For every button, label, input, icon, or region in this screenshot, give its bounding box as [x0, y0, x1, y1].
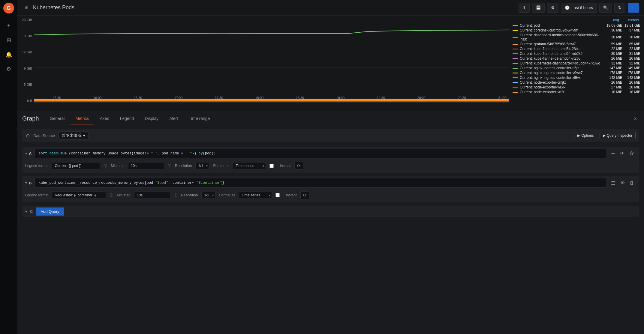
query-inspector-button[interactable]: ▶ Query Inspector — [600, 132, 636, 139]
query-a-minstep-label: Min step — [111, 164, 124, 168]
legend-color-swatch — [513, 37, 518, 38]
tab-axes[interactable]: Axes — [95, 113, 114, 124]
refresh-button[interactable]: ↻ — [614, 3, 625, 13]
query-b-instant-checkbox[interactable] — [275, 193, 280, 197]
query-b-legend-input[interactable] — [52, 192, 106, 199]
legend-item[interactable]: Current: node-exporter-wl5lx 27 MiB 28 M… — [513, 85, 640, 89]
query-block-c: ▾ C Add Query — [22, 206, 639, 217]
query-b-resolution-select[interactable]: 1/1 1/2 1/3 — [201, 192, 215, 199]
x-label-9: 20:00 — [417, 96, 426, 100]
legend-color-swatch — [513, 44, 518, 45]
legend-item-current: 28 MiB — [622, 85, 640, 89]
datasource-arrow-icon: ▾ — [83, 133, 85, 138]
query-a-delete-button[interactable]: 🗑 — [628, 150, 636, 158]
query-a-header: ▾ A sort_desc(sum (container_memory_usag… — [22, 147, 639, 160]
query-b-formatas-select[interactable]: Time series Table Heatmap — [239, 192, 272, 199]
sidebar-item-alerts[interactable]: 🔔 — [3, 49, 15, 61]
legend-item[interactable]: Current: grafana-54f6755f88-5dwl7 59 MiB… — [513, 42, 640, 46]
legend-item[interactable]: Current: kube-flannel-ds-amd64-28txc 22 … — [513, 47, 640, 51]
legend-item-current: 37 MiB — [622, 28, 640, 32]
app-logo[interactable]: G — [3, 2, 14, 14]
legend-item[interactable]: Current: kube-flannel-ds-amd64-mb2k2 30 … — [513, 52, 640, 56]
query-b-legend-info-icon: ⓘ — [110, 193, 113, 198]
x-label-4: 17:30 — [215, 96, 223, 100]
query-b-refresh-button[interactable]: ⟳ — [300, 191, 309, 199]
legend-item-name: Current: node-exporter-vn2r... — [520, 90, 604, 94]
add-query-button[interactable]: Add Query — [36, 207, 64, 216]
search-button[interactable]: 🔍 — [599, 3, 612, 13]
sidebar-item-add[interactable]: + — [3, 20, 15, 32]
query-a-resolution-select[interactable]: 1/1 1/2 1/3 — [195, 162, 209, 169]
query-a-menu-button[interactable]: ☰ — [609, 150, 617, 158]
settings-button[interactable]: ⚙ — [547, 3, 558, 13]
legend-item[interactable]: Current: node-exporter-vn2r... 18 MiB 18… — [513, 90, 640, 94]
query-a-legend-label: Legend format — [25, 164, 48, 168]
query-b-delete-button[interactable]: 🗑 — [628, 179, 636, 187]
datasource-selector[interactable]: 普罗米修斯 ▾ — [59, 131, 89, 140]
legend-item-name: Current: dashboard-metrics-scraper-566cd… — [520, 33, 604, 41]
tabs-row: Graph General Metrics Axes Legend Displa… — [17, 112, 644, 125]
legend-item-avg: 28 MiB — [604, 35, 622, 39]
legend-item-name: Current: grafana-54f6755f88-5dwl7 — [520, 42, 604, 46]
query-b-minstep-input[interactable] — [134, 192, 170, 199]
query-a-refresh-button[interactable]: ⟳ — [294, 162, 303, 170]
legend-item[interactable]: Current: nginx-ingress-controller-v9vw7 … — [513, 71, 640, 75]
legend-item[interactable]: Current: nginx-ingress-controller-zl9vx … — [513, 76, 640, 80]
tab-metrics[interactable]: Metrics — [71, 113, 94, 124]
legend-item-current: 26 MiB — [622, 56, 640, 61]
legend-item[interactable]: Current: kubernetes-dashboard-c4bc5bd44-… — [513, 61, 640, 65]
sidebar-item-dashboard[interactable]: ⊞ — [3, 34, 15, 46]
query-block-a: ▾ A sort_desc(sum (container_memory_usag… — [22, 147, 639, 173]
tab-display[interactable]: Display — [140, 113, 163, 124]
tab-timerange[interactable]: Time range — [184, 113, 215, 124]
query-b-input[interactable]: kube_pod_container_resource_requests_mem… — [35, 178, 607, 188]
query-a-input[interactable]: sort_desc(sum (container_memory_usage_by… — [35, 149, 607, 158]
tab-legend[interactable]: Legend — [115, 113, 139, 124]
query-a-minstep-input[interactable] — [128, 162, 164, 169]
query-a-formatas-select[interactable]: Time series Table Heatmap — [233, 162, 266, 169]
legend-item[interactable]: Current: node-exporter-cmjkc 26 MiB 26 M… — [513, 80, 640, 85]
query-b-header: ▾ B kube_pod_container_resource_requests… — [22, 176, 639, 189]
legend-item[interactable]: Current: dashboard-metrics-scraper-566cd… — [513, 33, 640, 41]
options-button[interactable]: ▶ Options — [574, 132, 597, 139]
legend-color-swatch — [513, 58, 518, 59]
legend-item[interactable]: Current: pod 18.09 GiB 18.61 GiB — [513, 23, 640, 28]
query-b-hide-button[interactable]: 👁 — [618, 179, 627, 187]
query-a-minstep-info-icon: ⓘ — [168, 163, 171, 168]
query-a-collapse[interactable]: ▾ — [25, 151, 27, 156]
query-b-collapse[interactable]: ▾ — [25, 181, 27, 185]
legend-color-swatch — [513, 68, 518, 69]
tab-alert[interactable]: Alert — [164, 113, 183, 124]
query-a-hide-button[interactable]: 👁 — [618, 150, 627, 158]
query-b-menu-button[interactable]: ☰ — [609, 179, 617, 187]
legend-item-avg: 32 MiB — [604, 61, 622, 65]
back-button[interactable]: ← — [628, 3, 639, 13]
query-a-legend-input[interactable] — [52, 162, 100, 169]
legend-item-current: 18 MiB — [622, 90, 640, 94]
query-a-instant-checkbox[interactable] — [269, 164, 274, 168]
x-label-11: 21:00 — [498, 96, 507, 100]
legend-color-swatch — [513, 25, 518, 26]
legend-item-name: Current: nginx-ingress-controller-rj5pt — [520, 66, 604, 70]
panel-editor: Graph General Metrics Axes Legend Displa… — [17, 112, 644, 334]
panel-close-button[interactable]: × — [632, 114, 639, 124]
legend-color-swatch — [513, 92, 518, 93]
sidebar-item-settings[interactable]: ⚙ — [3, 63, 15, 75]
query-a-actions: ☰ 👁 🗑 — [609, 150, 636, 158]
query-a-instant-label: Instant — [280, 164, 290, 168]
legend-item-current: 32 MiB — [622, 61, 640, 65]
legend-item-name: Current: pod — [520, 23, 604, 28]
query-block-b: ▾ B kube_pod_container_resource_requests… — [22, 176, 639, 202]
timerange-button[interactable]: 🕐 Last 6 hours — [561, 3, 597, 13]
legend-item[interactable]: Current: kube-flannel-ds-amd64-vt2bv 26 … — [513, 56, 640, 61]
tab-general[interactable]: General — [45, 113, 70, 124]
legend-item[interactable]: Current: nginx-ingress-controller-rj5pt … — [513, 66, 640, 70]
query-a-legend-info-icon: ⓘ — [104, 163, 107, 168]
legend-item[interactable]: Current: coredns-6d8cfdd59d-w4vfm 36 MiB… — [513, 28, 640, 32]
save-button[interactable]: 💾 — [532, 3, 545, 13]
query-b-actions: ☰ 👁 🗑 — [609, 179, 636, 187]
legend-item-avg: 178 MiB — [604, 71, 622, 75]
y-axis: 23 GiB 19 GiB 14 GiB 9 GiB 5 GiB 0 B — [17, 16, 34, 103]
query-c-collapse[interactable]: ▾ — [25, 210, 27, 214]
share-button[interactable]: ⬆ — [519, 3, 530, 13]
